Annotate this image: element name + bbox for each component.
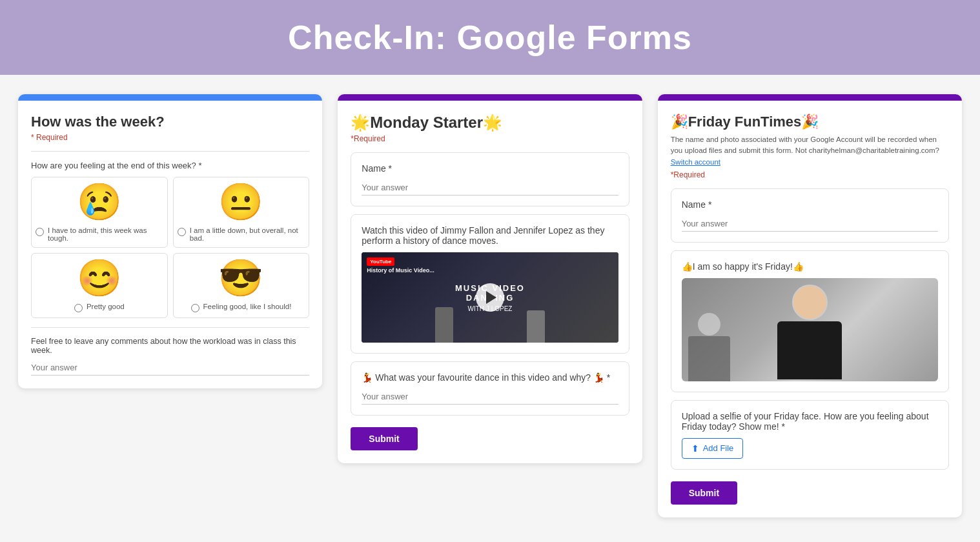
card2-video-description: Watch this video of Jimmy Fallon and Jen… xyxy=(362,225,618,246)
card3-name-label: Name * xyxy=(682,199,938,210)
emoji-option-4[interactable]: Feeling good, like I should! xyxy=(191,303,292,312)
card1-body: How was the week? * Required How are you… xyxy=(18,101,322,388)
forms-container: How was the week? * Required How are you… xyxy=(0,94,980,536)
card2-header-bar xyxy=(338,94,642,101)
video-label: YouTube History of Music Video... xyxy=(367,257,434,275)
video-thumbnail[interactable]: YouTube History of Music Video... MUSIC … xyxy=(362,252,618,343)
card3-upload-question: Upload a selfie of your Friday face. How… xyxy=(682,411,938,432)
radio-4[interactable] xyxy=(191,304,199,312)
radio-1[interactable] xyxy=(36,228,44,236)
card3-info-text: The name and photo associated with your … xyxy=(671,134,949,168)
card2-dance-question: 💃 What was your favourite dance in this … xyxy=(362,372,618,383)
card1-title: How was the week? xyxy=(31,114,309,130)
video-silhouettes xyxy=(362,307,618,343)
card2-required: *Required xyxy=(351,134,629,143)
video-overlay: YouTube History of Music Video... MUSIC … xyxy=(362,252,618,343)
emoji-face-1: 😢 xyxy=(77,184,122,220)
emoji-face-4: 😎 xyxy=(218,260,263,296)
emoji-cell-3: 😊 Pretty good xyxy=(31,253,168,318)
friday-photo xyxy=(682,278,938,381)
photo-bg-torso xyxy=(688,336,730,381)
card3-friday-section: 👍I am so happy it's Friday!👍 xyxy=(671,250,949,392)
card3-submit-button[interactable]: Submit xyxy=(671,481,737,505)
card3-header-bar xyxy=(658,94,962,101)
page-header: Check-In: Google Forms xyxy=(0,0,980,75)
switch-account-link[interactable]: Switch account xyxy=(671,158,720,166)
card1-divider-top xyxy=(31,151,309,152)
card3-name-input[interactable] xyxy=(682,216,938,232)
emoji-face-2: 😐 xyxy=(218,184,263,220)
card3-title: 🎉Friday FunTimes🎉 xyxy=(671,114,949,130)
youtube-logo: YouTube xyxy=(367,257,394,266)
silhouette-1 xyxy=(435,307,453,343)
upload-icon: ⬆ xyxy=(691,443,699,454)
photo-content xyxy=(682,278,938,381)
card3-required: *Required xyxy=(671,170,949,179)
card3-name-section: Name * xyxy=(671,188,949,243)
play-triangle-icon xyxy=(486,291,496,304)
card2-body: 🌟Monday Starter🌟 *Required Name * Watch … xyxy=(338,101,642,463)
card2-name-label: Name * xyxy=(362,163,618,174)
add-file-button[interactable]: ⬆ Add File xyxy=(682,438,744,459)
emoji-option-3[interactable]: Pretty good xyxy=(74,303,125,312)
photo-bg-person xyxy=(688,313,730,381)
card2-dance-input[interactable] xyxy=(362,389,618,405)
card3-upload-section: Upload a selfie of your Friday face. How… xyxy=(671,400,949,470)
photo-face xyxy=(792,285,828,320)
card3-happy-friday: 👍I am so happy it's Friday!👍 xyxy=(682,261,938,272)
card1-divider-mid xyxy=(31,327,309,328)
card3-body: 🎉Friday FunTimes🎉 The name and photo ass… xyxy=(658,101,962,517)
emoji-grid: 😢 I have to admit, this week was tough. … xyxy=(31,177,309,318)
radio-3[interactable] xyxy=(74,304,83,312)
emoji-option-1[interactable]: I have to admit, this week was tough. xyxy=(36,226,163,242)
card2-title: 🌟Monday Starter🌟 xyxy=(351,114,629,132)
emoji-face-3: 😊 xyxy=(77,260,122,296)
card2-name-section: Name * xyxy=(351,152,629,206)
card1-question2: Feel free to leave any comments about ho… xyxy=(31,337,309,355)
emoji-cell-1: 😢 I have to admit, this week was tough. xyxy=(31,177,168,248)
emoji-cell-4: 😎 Feeling good, like I should! xyxy=(173,253,310,318)
card2-name-input[interactable] xyxy=(362,180,618,196)
card1-header-bar xyxy=(18,94,322,101)
emoji-cell-2: 😐 I am a little down, but overall, not b… xyxy=(173,177,310,248)
card2-dance-section: 💃 What was your favourite dance in this … xyxy=(351,361,629,416)
photo-person xyxy=(777,285,842,379)
video-title-overlay: History of Music Video... xyxy=(367,267,434,275)
form-card-1: How was the week? * Required How are you… xyxy=(18,94,322,388)
form-card-3: 🎉Friday FunTimes🎉 The name and photo ass… xyxy=(658,94,962,517)
card2-video-section: Watch this video of Jimmy Fallon and Jen… xyxy=(351,214,629,354)
page-title: Check-In: Google Forms xyxy=(0,18,980,57)
emoji-option-2[interactable]: I am a little down, but overall, not bad… xyxy=(178,226,305,242)
photo-background xyxy=(682,278,938,381)
photo-bg-face xyxy=(698,313,720,336)
card2-submit-button[interactable]: Submit xyxy=(351,427,417,450)
photo-torso xyxy=(777,321,842,379)
card1-answer-input[interactable] xyxy=(31,360,309,376)
silhouette-2 xyxy=(527,310,545,343)
form-card-2: 🌟Monday Starter🌟 *Required Name * Watch … xyxy=(338,94,642,463)
card1-question1: How are you feeling at the end of this w… xyxy=(31,161,309,170)
radio-2[interactable] xyxy=(178,228,186,236)
card1-required: * Required xyxy=(31,133,309,142)
